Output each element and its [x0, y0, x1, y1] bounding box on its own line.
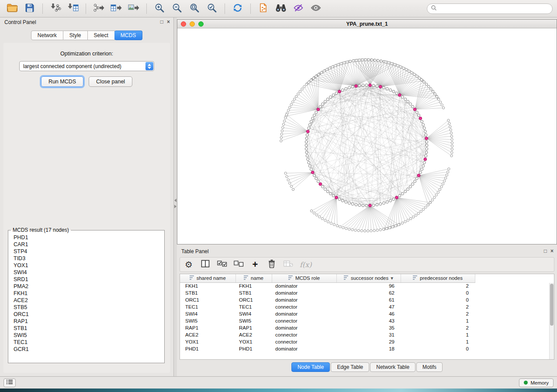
mcds-result-item[interactable]: YOX1 [14, 262, 164, 269]
chevron-down-icon[interactable]: ▾ [391, 275, 393, 281]
search-box[interactable] [427, 3, 553, 14]
save-floppy-icon [24, 3, 35, 14]
tab-node-table[interactable]: Node Table [291, 362, 330, 372]
table-scrollbar[interactable] [549, 283, 554, 359]
mcds-result-item[interactable]: GCR1 [14, 346, 164, 353]
optimization-criterion-select[interactable]: largest connected component (undirected) [19, 61, 154, 71]
table-row[interactable]: TEC1TEC1connector472 [180, 303, 475, 310]
mcds-result-item[interactable]: PMA2 [14, 283, 164, 290]
column-header-shared-name[interactable]: shared name [180, 274, 235, 282]
export-image-button[interactable] [126, 1, 142, 16]
delete-column-button[interactable] [266, 258, 277, 271]
tab-mcds[interactable]: MCDS [114, 31, 142, 40]
scrollbar-thumb[interactable] [550, 284, 554, 326]
eye-slash-icon [293, 3, 304, 14]
mcds-result-item[interactable]: TEC1 [14, 339, 164, 346]
hide-selected-button[interactable] [291, 1, 306, 16]
mcds-result-item[interactable]: CAR1 [14, 241, 164, 248]
tab-style[interactable]: Style [63, 31, 88, 40]
search-input[interactable] [439, 5, 549, 12]
deselect-all-button[interactable] [233, 258, 244, 271]
table-row[interactable]: ORC1ORC1dominator610 [180, 296, 475, 303]
zoom-in-button[interactable] [152, 1, 167, 16]
column-header-successor-nodes[interactable]: successor nodes▾ [336, 274, 401, 282]
dropdown-stepper-icon [145, 62, 153, 70]
tab-motifs[interactable]: Motifs [416, 362, 443, 372]
node-table-body: FKH1FKH1dominator962STB1STB1dominator620… [180, 282, 475, 352]
mcds-result-item[interactable]: TID3 [14, 255, 164, 262]
table-row[interactable]: ACE2ACE2connector311 [180, 331, 475, 338]
share-document-button[interactable] [256, 1, 271, 16]
table-row[interactable]: SWI5SWI5connector431 [180, 317, 475, 324]
select-all-button[interactable] [217, 258, 227, 271]
tab-network-table[interactable]: Network Table [370, 362, 415, 372]
network-canvas[interactable] [177, 28, 557, 244]
table-row[interactable]: PHD1PHD1dominator180 [180, 345, 475, 352]
mcds-result-item[interactable]: ORC1 [14, 311, 164, 318]
column-header-predecessor-nodes[interactable]: predecessor nodes [401, 274, 475, 282]
column-header-name[interactable]: name [235, 274, 272, 282]
export-network-button[interactable] [91, 1, 107, 16]
minimize-window-button[interactable] [190, 21, 195, 27]
import-network-button[interactable] [48, 1, 63, 16]
panel-splitter[interactable] [174, 17, 177, 376]
zoom-fit-button[interactable] [187, 1, 202, 16]
mcds-result-item[interactable]: FKH1 [14, 290, 164, 297]
network-window-titlebar[interactable]: YPA_prune.txt_1 [177, 20, 557, 28]
mcds-result-item[interactable]: SWI5 [14, 332, 164, 339]
table-row[interactable]: RAP1RAP1dominator352 [180, 324, 475, 331]
mcds-result-item[interactable]: RAP1 [14, 318, 164, 325]
tab-edge-table[interactable]: Edge Table [331, 362, 369, 372]
import-table-button[interactable] [65, 1, 81, 16]
table-row[interactable]: SWI4SWI4dominator462 [180, 310, 475, 317]
node-table: shared name name MCDS role successor nod… [180, 274, 475, 352]
table-row[interactable]: STB1STB1dominator620 [180, 289, 475, 296]
add-column-button[interactable]: + [250, 258, 260, 271]
refresh-layout-button[interactable] [230, 1, 246, 16]
mcds-result-list[interactable]: PHD1CAR1STP4TID3YOX1SWI4SRD1PMA2FKH1ACE2… [8, 233, 164, 363]
run-mcds-button[interactable]: Run MCDS [41, 76, 83, 87]
status-bar: Memory [0, 376, 557, 389]
maximize-window-button[interactable] [198, 21, 204, 27]
close-panel-button[interactable]: Close panel [89, 76, 132, 87]
splitter-grip-icon[interactable] [174, 196, 177, 211]
mcds-result-item[interactable]: STB1 [14, 325, 164, 332]
import-table-icon [67, 3, 79, 14]
mcds-result-item[interactable]: SWI4 [14, 269, 164, 276]
float-icon[interactable]: □ [160, 18, 163, 25]
table-panel: Table Panel □ × ⚙ + f(x) shared name [177, 247, 557, 375]
sort-icon [288, 275, 293, 281]
zoom-out-button[interactable] [169, 1, 185, 16]
open-folder-icon [7, 3, 18, 14]
eye-icon [310, 3, 322, 14]
save-session-button[interactable] [22, 1, 38, 16]
mcds-result-item[interactable]: SRD1 [14, 276, 164, 283]
open-session-button[interactable] [4, 1, 20, 16]
show-columns-button[interactable] [200, 258, 211, 271]
close-icon[interactable]: × [167, 18, 170, 25]
mcds-result-item[interactable]: ACE2 [14, 297, 164, 304]
column-header-mcds-role[interactable]: MCDS role [272, 274, 336, 282]
mcds-result-item[interactable]: STP4 [14, 248, 164, 255]
find-binoculars-button[interactable] [273, 1, 289, 16]
close-window-button[interactable] [181, 21, 186, 27]
table-row[interactable]: FKH1FKH1dominator962 [180, 282, 475, 289]
mcds-result-item[interactable]: PHD1 [14, 234, 164, 241]
table-row[interactable]: YOX1YOX1connector291 [180, 338, 475, 345]
task-history-button[interactable] [3, 378, 16, 387]
tab-select[interactable]: Select [88, 31, 115, 40]
export-table-button[interactable] [108, 1, 124, 16]
memory-button[interactable]: Memory [519, 378, 554, 387]
zoom-fit-icon [189, 3, 200, 14]
float-icon[interactable]: □ [544, 248, 547, 254]
tab-network[interactable]: Network [31, 31, 63, 40]
zoom-selected-button[interactable] [204, 1, 220, 16]
toolbar-separator [225, 3, 225, 14]
mcds-tab-content: Optimization criterion: largest connecte… [3, 43, 170, 373]
close-icon[interactable]: × [550, 248, 554, 254]
mcds-result-box: MCDS result (17 nodes) PHD1CAR1STP4TID3Y… [8, 227, 165, 363]
table-settings-button[interactable]: ⚙ [183, 258, 194, 271]
show-all-button[interactable] [308, 1, 324, 16]
table-toolbar: ⚙ + f(x) [180, 257, 554, 272]
mcds-result-item[interactable]: STB5 [14, 304, 164, 311]
